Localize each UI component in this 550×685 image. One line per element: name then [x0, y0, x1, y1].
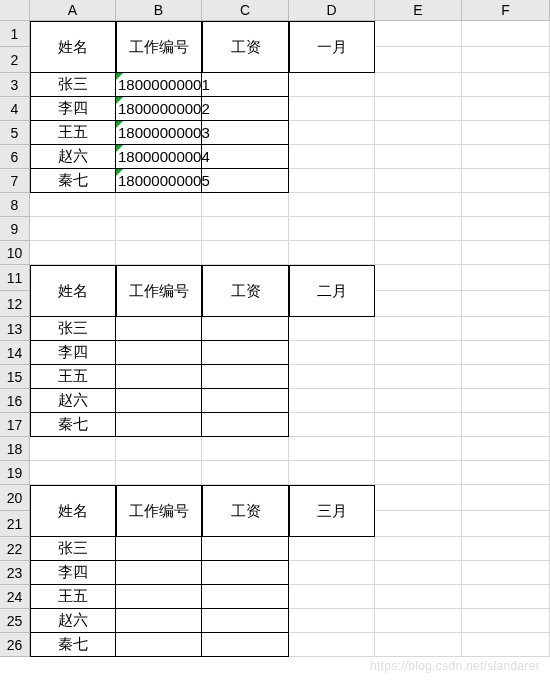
cell-D4[interactable]: [289, 97, 375, 121]
row-header-18[interactable]: 18: [0, 437, 30, 461]
cell-E23[interactable]: [375, 561, 462, 585]
cell-C26[interactable]: [202, 633, 289, 657]
cell-F19[interactable]: [462, 461, 550, 485]
cell-D3[interactable]: [289, 73, 375, 97]
cell-C23[interactable]: [202, 561, 289, 585]
cell-B17[interactable]: [116, 413, 202, 437]
cell-F17[interactable]: [462, 413, 550, 437]
cell-E13[interactable]: [375, 317, 462, 341]
cell-C22[interactable]: [202, 537, 289, 561]
row-header-6[interactable]: 6: [0, 145, 30, 169]
cell-D25[interactable]: [289, 609, 375, 633]
cell-D23[interactable]: [289, 561, 375, 585]
cell-D5[interactable]: [289, 121, 375, 145]
cell-B5[interactable]: 18000000003: [116, 121, 202, 145]
row-header-10[interactable]: 10: [0, 241, 30, 265]
row-header-9[interactable]: 9: [0, 217, 30, 241]
cell-B8[interactable]: [116, 193, 202, 217]
cell-E25[interactable]: [375, 609, 462, 633]
cell-F1[interactable]: [462, 21, 550, 47]
cell-C3[interactable]: [202, 73, 289, 97]
cell-C17[interactable]: [202, 413, 289, 437]
cell-B9[interactable]: [116, 217, 202, 241]
cell-D19[interactable]: [289, 461, 375, 485]
cell-C1[interactable]: 工资: [202, 21, 289, 73]
cell-C4[interactable]: [202, 97, 289, 121]
cell-A17[interactable]: 秦七: [30, 413, 116, 437]
cell-A22[interactable]: 张三: [30, 537, 116, 561]
cell-B25[interactable]: [116, 609, 202, 633]
cell-E3[interactable]: [375, 73, 462, 97]
cell-A14[interactable]: 李四: [30, 341, 116, 365]
row-header-16[interactable]: 16: [0, 389, 30, 413]
cell-B20[interactable]: 工作编号: [116, 485, 202, 537]
cell-A11[interactable]: 姓名: [30, 265, 116, 317]
cell-B13[interactable]: [116, 317, 202, 341]
cell-D10[interactable]: [289, 241, 375, 265]
cell-D16[interactable]: [289, 389, 375, 413]
row-header-8[interactable]: 8: [0, 193, 30, 217]
cell-D6[interactable]: [289, 145, 375, 169]
cell-F23[interactable]: [462, 561, 550, 585]
cell-A25[interactable]: 赵六: [30, 609, 116, 633]
cell-F13[interactable]: [462, 317, 550, 341]
cell-F9[interactable]: [462, 217, 550, 241]
cell-B10[interactable]: [116, 241, 202, 265]
cell-F5[interactable]: [462, 121, 550, 145]
cell-A23[interactable]: 李四: [30, 561, 116, 585]
cell-C19[interactable]: [202, 461, 289, 485]
row-header-17[interactable]: 17: [0, 413, 30, 437]
row-header-4[interactable]: 4: [0, 97, 30, 121]
cell-E9[interactable]: [375, 217, 462, 241]
cell-F7[interactable]: [462, 169, 550, 193]
cell-B26[interactable]: [116, 633, 202, 657]
cell-F20[interactable]: [462, 485, 550, 511]
cell-D24[interactable]: [289, 585, 375, 609]
cell-B24[interactable]: [116, 585, 202, 609]
cell-C5[interactable]: [202, 121, 289, 145]
cell-D9[interactable]: [289, 217, 375, 241]
cell-E2[interactable]: [375, 47, 462, 73]
cell-C10[interactable]: [202, 241, 289, 265]
cell-D18[interactable]: [289, 437, 375, 461]
row-header-5[interactable]: 5: [0, 121, 30, 145]
cell-F11[interactable]: [462, 265, 550, 291]
cell-C8[interactable]: [202, 193, 289, 217]
cell-A24[interactable]: 王五: [30, 585, 116, 609]
cell-F2[interactable]: [462, 47, 550, 73]
column-header-E[interactable]: E: [375, 0, 462, 21]
cell-E8[interactable]: [375, 193, 462, 217]
cell-C18[interactable]: [202, 437, 289, 461]
cell-E6[interactable]: [375, 145, 462, 169]
cell-D7[interactable]: [289, 169, 375, 193]
cell-C25[interactable]: [202, 609, 289, 633]
cell-B3[interactable]: 18000000001: [116, 73, 202, 97]
column-header-A[interactable]: A: [30, 0, 116, 21]
cell-C20[interactable]: 工资: [202, 485, 289, 537]
cell-B14[interactable]: [116, 341, 202, 365]
row-header-14[interactable]: 14: [0, 341, 30, 365]
cell-E4[interactable]: [375, 97, 462, 121]
cell-E7[interactable]: [375, 169, 462, 193]
cell-A3[interactable]: 张三: [30, 73, 116, 97]
row-header-2[interactable]: 2: [0, 47, 30, 73]
cell-D1[interactable]: 一月: [289, 21, 375, 73]
row-header-25[interactable]: 25: [0, 609, 30, 633]
cell-E22[interactable]: [375, 537, 462, 561]
row-header-11[interactable]: 11: [0, 265, 30, 291]
cell-C6[interactable]: [202, 145, 289, 169]
cell-A18[interactable]: [30, 437, 116, 461]
cell-A9[interactable]: [30, 217, 116, 241]
cell-B11[interactable]: 工作编号: [116, 265, 202, 317]
row-header-7[interactable]: 7: [0, 169, 30, 193]
cell-E5[interactable]: [375, 121, 462, 145]
cell-F6[interactable]: [462, 145, 550, 169]
cell-D13[interactable]: [289, 317, 375, 341]
cell-D15[interactable]: [289, 365, 375, 389]
row-header-24[interactable]: 24: [0, 585, 30, 609]
row-header-3[interactable]: 3: [0, 73, 30, 97]
cell-B1[interactable]: 工作编号: [116, 21, 202, 73]
cell-A13[interactable]: 张三: [30, 317, 116, 341]
cell-A6[interactable]: 赵六: [30, 145, 116, 169]
cell-C16[interactable]: [202, 389, 289, 413]
